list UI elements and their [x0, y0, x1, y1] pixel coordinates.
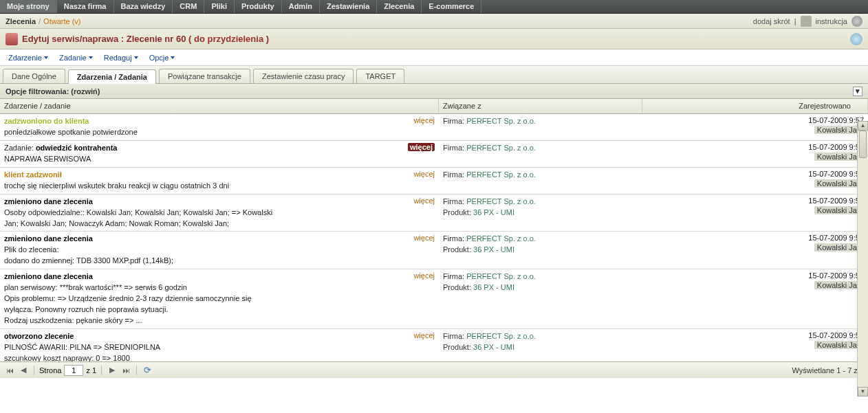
pager-summary: Wyświetlane 1 - 7 z 7 — [792, 366, 864, 375]
page-title: Edytuj serwis/naprawa : Zlecenie nr 60 (… — [22, 34, 269, 44]
more-link[interactable]: więcej — [413, 271, 435, 280]
tab-item[interactable]: Dane Ogólne — [3, 69, 65, 83]
more-link[interactable]: więcej — [413, 331, 435, 339]
company-link[interactable]: PERFECT Sp. z o.o. — [466, 272, 536, 280]
grid-body: zadzwoniono do klientaponiedziałkowe spo… — [0, 114, 868, 361]
action-menu-item[interactable]: Zadanie — [55, 52, 97, 64]
caret-down-icon — [89, 56, 93, 59]
scroll-up-arrow[interactable]: ▲ — [858, 121, 868, 131]
company-link[interactable]: PERFECT Sp. z o.o. — [466, 144, 536, 152]
grid-header: Zdarzenie / zadanie Związane z Zarejestr… — [0, 99, 868, 114]
caret-down-icon — [171, 56, 175, 59]
topnav-item[interactable]: Nasza firma — [57, 0, 114, 13]
product-link[interactable]: 36 PX - UMI — [473, 245, 514, 254]
row-date: 15-07-2009 9:57 — [647, 116, 864, 124]
table-row[interactable]: klient zadzwoniłtrochę się niecierpliwi … — [0, 168, 868, 194]
filter-label: Opcje filtrowania: (rozwiń) — [6, 87, 100, 96]
pager-refresh-button[interactable]: ⟳ — [142, 365, 153, 376]
add-shortcut-link[interactable]: dodaj skrót — [753, 17, 790, 25]
topnav-item[interactable]: E-commerce — [422, 0, 481, 13]
pager-page-input[interactable] — [64, 365, 83, 376]
topnav-item[interactable]: Zestawienia — [320, 0, 377, 13]
tab-item[interactable]: Zestawienie czasu pracy — [253, 69, 354, 83]
company-link[interactable]: PERFECT Sp. z o.o. — [466, 197, 536, 205]
topnav-item[interactable]: Produkty — [235, 0, 282, 13]
pager-next-button[interactable]: ▶ — [107, 365, 118, 376]
more-link[interactable]: więcej — [413, 197, 435, 205]
more-link[interactable]: więcej — [408, 143, 435, 151]
breadcrumb-sep: / — [39, 17, 41, 25]
row-date: 15-07-2009 9:50 — [647, 331, 864, 339]
filter-bar[interactable]: Opcje filtrowania: (rozwiń) ▾ — [0, 84, 868, 99]
pager-bar: ⏮ ◀ Strona z 1 ▶ ⏭ ⟳ Wyświetlane 1 - 7 z… — [0, 361, 868, 378]
action-menu-item[interactable]: Zdarzenie — [4, 52, 52, 64]
company-link[interactable]: PERFECT Sp. z o.o. — [466, 234, 536, 243]
instruction-icon[interactable] — [801, 16, 812, 27]
table-row[interactable]: otworzono zleceniePILNOŚĆ AWARII: PILNA … — [0, 329, 868, 361]
product-link[interactable]: 36 PX - UMI — [473, 208, 514, 216]
breadcrumb-bar: Zlecenia / Otwarte (v) dodaj skrót | ins… — [0, 14, 868, 29]
pager-page-label: Strona — [39, 366, 61, 375]
topnav-item[interactable]: Zlecenia — [377, 0, 422, 13]
row-date: 15-07-2009 9:54 — [647, 234, 864, 242]
settings-icon[interactable] — [851, 16, 862, 27]
tab-row: Dane OgólneZdarzenia / ZadaniaPowiązane … — [0, 66, 868, 84]
row-date: 15-07-2009 9:56 — [647, 170, 864, 178]
vertical-scrollbar[interactable]: ▲ ▼ — [857, 121, 868, 397]
company-link[interactable]: PERFECT Sp. z o.o. — [466, 332, 536, 340]
caret-down-icon — [44, 56, 48, 59]
tab-item[interactable]: Powiązane transakcje — [159, 69, 250, 83]
action-bar: Zdarzenie Zadanie Redaguj Opcje — [0, 49, 868, 66]
caret-down-icon — [134, 56, 138, 59]
topnav-item[interactable]: Moje strony — [0, 0, 57, 13]
breadcrumb-main[interactable]: Zlecenia — [6, 17, 36, 25]
col-header-event[interactable]: Zdarzenie / zadanie — [0, 99, 439, 113]
row-date: 15-07-2009 9:56 — [647, 143, 864, 151]
scroll-thumb[interactable] — [859, 131, 867, 158]
table-row[interactable]: zmieniono dane zleceniaplan serwisowy: *… — [0, 269, 868, 329]
top-nav: Moje stronyNasza firmaBaza wiedzyCRMPlik… — [0, 0, 868, 14]
globe-icon[interactable] — [850, 33, 862, 45]
col-header-related[interactable]: Związane z — [439, 99, 642, 113]
table-row[interactable]: Zadanie: odwiedzić kontrahentaNAPRAWA SE… — [0, 141, 868, 168]
title-bar: Edytuj serwis/naprawa : Zlecenie nr 60 (… — [0, 29, 868, 49]
table-row[interactable]: zmieniono dane zleceniaOsoby odpowiedzia… — [0, 194, 868, 232]
pager-prev-button[interactable]: ◀ — [18, 365, 29, 376]
topnav-item[interactable]: Admin — [282, 0, 320, 13]
pager-last-button[interactable]: ⏭ — [120, 365, 131, 376]
action-menu-item[interactable]: Opcje — [145, 52, 180, 64]
scroll-down-arrow[interactable]: ▼ — [858, 387, 868, 397]
topnav-item[interactable]: Baza wiedzy — [114, 0, 173, 13]
tab-item[interactable]: TARGET — [356, 69, 404, 83]
more-link[interactable]: więcej — [413, 170, 435, 178]
row-date: 15-07-2009 9:53 — [647, 271, 864, 280]
table-row[interactable]: zadzwoniono do klientaponiedziałkowe spo… — [0, 114, 868, 141]
col-header-date[interactable]: Zarejestrowano — [642, 99, 868, 113]
breadcrumb-sub[interactable]: Otwarte (v) — [43, 17, 80, 25]
filter-expand-button[interactable]: ▾ — [853, 87, 862, 96]
instruction-link[interactable]: instrukcja — [816, 17, 847, 25]
table-row[interactable]: zmieniono dane zleceniaPlik do zlecenia:… — [0, 232, 868, 269]
row-date: 15-07-2009 9:54 — [647, 197, 864, 205]
pager-of-label: z 1 — [86, 366, 96, 375]
tab-item[interactable]: Zdarzenia / Zadania — [68, 69, 156, 84]
company-link[interactable]: PERFECT Sp. z o.o. — [466, 170, 536, 179]
more-link[interactable]: więcej — [413, 116, 435, 124]
product-link[interactable]: 36 PX - UMI — [473, 283, 514, 291]
pager-first-button[interactable]: ⏮ — [4, 365, 15, 376]
company-link[interactable]: PERFECT Sp. z o.o. — [466, 117, 536, 125]
topnav-item[interactable]: Pliki — [204, 0, 235, 13]
topnav-item[interactable]: CRM — [173, 0, 204, 13]
edit-service-icon — [6, 33, 18, 45]
more-link[interactable]: więcej — [413, 234, 435, 242]
action-menu-item[interactable]: Redaguj — [100, 52, 142, 64]
product-link[interactable]: 36 PX - UMI — [473, 343, 514, 351]
